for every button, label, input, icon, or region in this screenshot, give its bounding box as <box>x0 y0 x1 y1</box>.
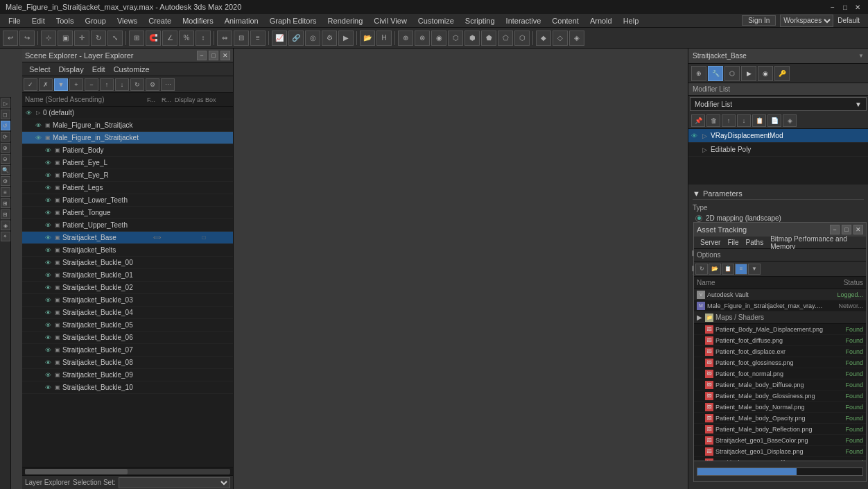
tree-item-visibility[interactable]: 👁 <box>43 320 53 330</box>
modifier-item-editpoly[interactable]: ▷ Editable Poly <box>688 143 868 157</box>
mod-tb-paste[interactable]: 📄 <box>767 114 781 127</box>
selection-set-dropdown[interactable] <box>119 477 230 488</box>
tree-item-visibility[interactable]: 👁 <box>43 258 53 268</box>
asset-map-item[interactable]: 🖼 Patient_Male_body_Diffuse.png Found <box>694 379 866 391</box>
mod-tb-up[interactable]: ↑ <box>722 114 736 127</box>
tree-item-visibility[interactable]: 👁 <box>43 208 53 218</box>
modifier-item-vray[interactable]: 👁 ▷ VRayDisplacementMod <box>688 129 868 143</box>
menu-civil-view[interactable]: Civil View <box>368 15 412 26</box>
panel-icon-display[interactable]: ◉ <box>758 66 773 81</box>
tree-item[interactable]: 👁 ▣ Straitjacket_Buckle_04 <box>22 307 233 319</box>
se-tb-move-down[interactable]: ↓ <box>115 78 129 91</box>
menu-modifiers[interactable]: Modifiers <box>177 15 219 26</box>
se-tb-sync[interactable]: ↻ <box>130 78 144 91</box>
asset-map-item[interactable]: 🖼 Patient_foot_displace.exr Found <box>694 346 866 357</box>
tree-item[interactable]: 👁 ▣ Straitjacket_Buckle_06 <box>22 332 233 344</box>
strip-settings[interactable]: ⚙ <box>1 176 10 186</box>
panel-icon-utilities[interactable]: 🔑 <box>774 66 790 81</box>
tree-item-visibility[interactable]: 👁 <box>24 108 33 118</box>
menu-arnold[interactable]: Arnold <box>584 15 618 26</box>
tree-item[interactable]: 👁 ▣ Patient_Lower_Teeth <box>22 194 233 207</box>
asset-map-item[interactable]: 🖼 Patient_Male_body_Normal.png Found <box>694 402 866 413</box>
tb-extra2[interactable]: ⊗ <box>415 31 430 46</box>
tb-snap[interactable]: 🧲 <box>146 31 161 46</box>
tree-item-visibility[interactable]: 👁 <box>33 121 43 130</box>
modifier-dropdown[interactable]: Modifier List ▼ <box>690 97 867 111</box>
tree-item[interactable]: 👁 ▣ Patient_Eye_R <box>22 169 233 182</box>
menu-rendering[interactable]: Rendering <box>322 15 369 26</box>
tb-extra1[interactable]: ⊕ <box>398 31 413 46</box>
strip-scale[interactable]: ⟳ <box>1 132 10 141</box>
tree-item-visibility[interactable]: 👁 <box>43 283 53 293</box>
tree-item-visibility[interactable]: 👁 <box>43 221 53 230</box>
tree-item[interactable]: 👁 ▣ Straitjacket_Buckle_03 <box>22 294 233 307</box>
scene-explorer-titlebar[interactable]: Scene Explorer - Layer Explorer − □ ✕ <box>22 49 233 62</box>
tb-move[interactable]: ✛ <box>74 31 89 46</box>
strip-select[interactable]: ▷ <box>1 98 10 108</box>
menu-customize[interactable]: Customize <box>413 15 460 26</box>
menu-content[interactable]: Content <box>546 15 584 26</box>
tree-item[interactable]: 👁 ▣ Patient_Tongue <box>22 207 233 219</box>
strip-remove[interactable]: ⊖ <box>1 154 10 164</box>
tree-item-visibility[interactable]: 👁 <box>43 271 53 280</box>
asset-map-item[interactable]: 🖼 Patient_Male_body_Reflection.png Found <box>694 424 866 435</box>
tree-item[interactable]: 👁 ▷ 0 (default) <box>22 107 233 119</box>
menu-create[interactable]: Create <box>143 15 177 26</box>
strip-add[interactable]: ⊕ <box>1 143 10 153</box>
strip-target[interactable]: ◈ <box>1 221 10 230</box>
scene-explorer-restore[interactable]: □ <box>209 51 218 60</box>
panel-icon-motion[interactable]: ▶ <box>741 66 756 81</box>
se-tb-none[interactable]: ✗ <box>39 78 53 91</box>
strip-grid[interactable]: ⊞ <box>1 198 10 208</box>
asset-map-item[interactable]: 🖼 Patient_foot_glossiness.png Found <box>694 357 866 368</box>
tb-align[interactable]: ⊟ <box>234 31 249 46</box>
scene-explorer-close[interactable]: ✕ <box>220 51 230 60</box>
menu-scripting[interactable]: Scripting <box>460 15 501 26</box>
tree-item[interactable]: 👁 ▣ Patient_Legs <box>22 182 233 194</box>
mod-tb-down[interactable]: ↓ <box>737 114 751 127</box>
asset-vault-item[interactable]: V Autodesk Vault Logged... <box>694 289 866 300</box>
scene-explorer-minimize[interactable]: − <box>197 51 207 60</box>
asset-map-item[interactable]: 🖼 Patient_Male_body_Opacity.png Found <box>694 413 866 424</box>
menu-file[interactable]: File <box>3 15 26 26</box>
se-tb-options[interactable]: ⚙ <box>146 78 159 91</box>
tree-item[interactable]: 👁 ▣ Straitjacket_Buckle_10 <box>22 381 233 394</box>
tree-scrollbar[interactable] <box>22 467 233 475</box>
tb-extra7[interactable]: ⬠ <box>498 31 513 46</box>
tb-render[interactable]: ▶ <box>338 31 354 46</box>
tb-select-by-name[interactable]: H <box>376 31 392 46</box>
parameters-header[interactable]: ▼ Parameters <box>693 187 864 200</box>
tree-item[interactable]: 👁 ▣ Straitjacket_Base ⟺ □ <box>22 232 233 244</box>
asset-menu-paths[interactable]: Paths <box>743 238 767 247</box>
tree-scroll-thumb[interactable] <box>25 469 128 474</box>
asset-menu-file[interactable]: File <box>724 238 742 247</box>
mod-tb-pin[interactable]: 📌 <box>691 114 705 127</box>
strip-search[interactable]: 🔍 <box>1 165 10 175</box>
tb-redo[interactable]: ↪ <box>19 31 35 46</box>
strip-poly[interactable]: ◻ <box>1 110 10 119</box>
asset-tb-reload[interactable]: ↻ <box>695 264 708 275</box>
se-menu-display[interactable]: Display <box>55 64 88 75</box>
tree-item-visibility[interactable]: 👁 <box>43 333 53 343</box>
asset-map-item[interactable]: 🖼 Patient_Body_Male_Displacement.png Fou… <box>694 324 866 335</box>
menu-help[interactable]: Help <box>618 15 645 26</box>
tb-rotate[interactable]: ↻ <box>91 31 106 46</box>
tree-item-visibility[interactable]: 👁 <box>43 196 53 205</box>
tree-item-visibility[interactable]: 👁 <box>43 345 53 355</box>
menu-tools[interactable]: Tools <box>51 15 80 26</box>
strip-menu[interactable]: ≡ <box>1 187 10 197</box>
tree-item-visibility[interactable]: 👁 <box>43 370 53 380</box>
tree-item-visibility[interactable]: 👁 <box>43 233 53 243</box>
tb-layer-manager[interactable]: ≡ <box>250 31 266 46</box>
mod-tb-copy[interactable]: 📋 <box>752 114 766 127</box>
tb-render-setup[interactable]: ⚙ <box>322 31 337 46</box>
tree-item[interactable]: 👁 ▣ Straitjacket_Buckle_00 <box>22 257 233 269</box>
tb-extra10[interactable]: ◇ <box>553 31 568 46</box>
asset-menu-bitmap[interactable]: Bitmap Performance and Memory <box>767 234 863 251</box>
tb-angle-snap[interactable]: ∠ <box>162 31 177 46</box>
asset-menu-server[interactable]: Server <box>697 238 724 247</box>
tb-extra3[interactable]: ◉ <box>431 31 446 46</box>
asset-tb-filter[interactable]: ▼ <box>748 264 761 275</box>
tree-item-visibility[interactable]: 👁 <box>43 383 53 393</box>
tb-curve-editor[interactable]: 📈 <box>272 31 287 46</box>
